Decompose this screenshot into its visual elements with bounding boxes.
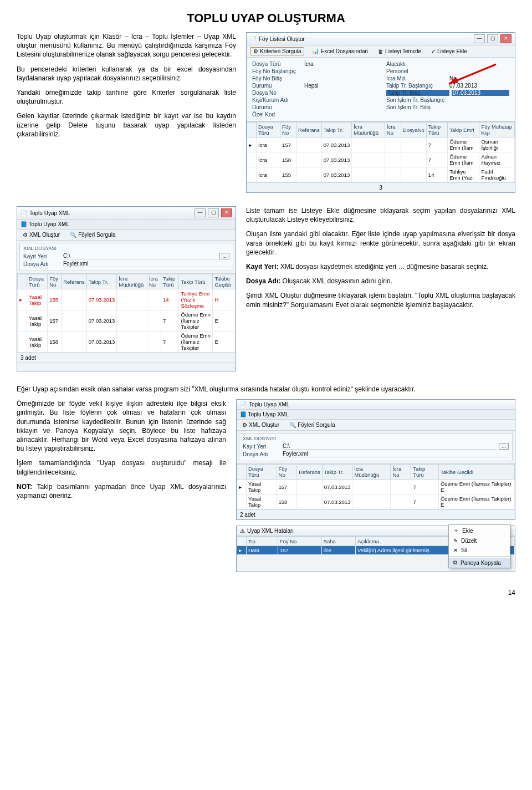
col-header[interactable]: Takip Türü <box>411 465 439 480</box>
xml-olustur-button[interactable]: ⚙ XML Oluştur <box>240 421 282 429</box>
cell: Yasal Takip <box>27 289 48 310</box>
table-row[interactable]: Yasal Takip15707.03.20137Ödeme Emri (İla… <box>18 310 236 332</box>
foyleri-sorgula-button[interactable]: 🔍 Föyleri Sorgula <box>287 421 337 429</box>
val-sonislem-bit[interactable] <box>449 104 509 110</box>
col-header[interactable]: Referans <box>62 274 87 289</box>
col-header[interactable]: Takip Tr. <box>86 274 117 289</box>
cell: İcra <box>257 167 280 182</box>
col-header[interactable]: Föy No <box>278 537 321 546</box>
xml-olustur-button[interactable]: ⚙ XML Oluştur <box>21 231 62 238</box>
col-header[interactable]: DosyaNo <box>401 123 426 137</box>
col-header[interactable]: Takip Tr. <box>321 123 352 137</box>
ctx-duzelt[interactable]: ✎Düzelt <box>449 536 510 546</box>
col-header[interactable]: Takip Türü <box>161 274 178 289</box>
col-header[interactable]: Dosya Türü <box>257 123 280 137</box>
val-dosyano[interactable] <box>304 90 375 96</box>
col-header[interactable]: Takip Türü <box>426 123 447 137</box>
para-r1: Liste tamam ise Listeye Ekle düğmesine t… <box>246 206 515 224</box>
listeye-ekle-button[interactable]: ✓ Listeye Ekle <box>429 48 469 55</box>
val-foyno-bas[interactable] <box>304 68 375 74</box>
val-dosya-adi[interactable]: Foyler.xml <box>63 261 229 267</box>
col-header[interactable]: Föy Muhatap Kişi <box>479 123 515 137</box>
table-row[interactable]: İcra15807.03.20137Ödeme Emri (İlamAdnan … <box>247 152 515 167</box>
lbl-icramd: İcra Md. <box>386 75 447 81</box>
col-header[interactable]: Referans <box>296 123 322 137</box>
val-durumu2[interactable] <box>304 104 375 110</box>
col-header[interactable]: İcra Müdürlüğü <box>117 274 147 289</box>
cell <box>401 137 426 152</box>
col-header[interactable]: İcra No <box>147 274 161 289</box>
table-row[interactable]: Yasal Takip15807.03.20137Ödeme Emri (İla… <box>237 495 515 509</box>
col-header[interactable]: Dosya Türü <box>27 274 48 289</box>
val-kisi[interactable] <box>304 97 375 103</box>
table-row[interactable]: ▸İcra15707.03.20137Ödeme Emri (İlamOsman… <box>247 137 515 152</box>
para-6: Örneğimizde bir föyde vekil kişiye ilişk… <box>17 399 226 453</box>
val-sonislem-bas[interactable] <box>449 97 509 103</box>
lbl-durumu: Durumu <box>252 83 302 89</box>
cell: Tahliye Emri (Yazı <box>448 167 479 182</box>
col-header[interactable]: Föy No <box>277 465 297 480</box>
close-button[interactable]: ✕ <box>221 208 232 217</box>
table-row[interactable]: İcra15507.03.201314Tahliye Emri (YazıFad… <box>247 167 515 182</box>
col-header[interactable]: Tip <box>247 537 278 546</box>
val-foyno-bit[interactable] <box>304 75 375 81</box>
col-header[interactable]: Takip Emri <box>448 123 479 137</box>
cell: Ödeme Emri (İlamsız Takipler <box>179 310 213 332</box>
error-icon: ⚠ <box>240 528 245 534</box>
cell: 157 <box>48 310 62 332</box>
ctx-sil[interactable]: ✕Sil <box>449 546 510 555</box>
col-header[interactable]: İcra Müdürlüğü <box>352 465 391 480</box>
cell: 7 <box>426 152 447 167</box>
col-header[interactable]: Takibe Geçildi <box>438 465 514 480</box>
close-button[interactable]: ✕ <box>500 34 511 43</box>
col-header[interactable]: İcra No <box>391 465 411 480</box>
col-header[interactable]: Saha <box>321 537 355 546</box>
cell: 155 <box>280 167 296 182</box>
lbl-dosya-adi: Dosya Adı <box>23 261 61 267</box>
maximize-button[interactable]: ▢ <box>487 34 498 43</box>
col-header[interactable]: Referans <box>297 465 323 480</box>
lbl-kayit-yeri: Kayıt Yeri <box>243 444 280 450</box>
lbl-dosya-adi: Dosya Adı <box>243 451 280 457</box>
table-row[interactable]: ▸Yasal Takip15507.03.201314Tahliye Emri … <box>18 289 236 310</box>
minimize-button[interactable]: — <box>195 208 206 217</box>
col-header[interactable]: Föy No <box>48 274 62 289</box>
listeyi-temizle-button[interactable]: 🗑 Listeyi Temizle <box>376 48 423 55</box>
col-header[interactable]: Dosya Türü <box>247 465 277 480</box>
lbl-personel: Personel <box>386 68 447 74</box>
uyap-xml-hatalari-window: ⚠ Uyap XML Hataları TipFöy NoSahaAçıklam… <box>236 526 515 572</box>
ctx-panoya-kopyala[interactable]: ⧉Panoya Kopyala <box>449 558 510 568</box>
para-8: NOT: Takip basımlarını yapmadan önce Uya… <box>17 482 226 500</box>
cell <box>352 137 385 152</box>
cell: Tahliye Emri (Yazılı Sözleşme <box>179 289 213 310</box>
col-header[interactable]: Takibe Geçildi <box>213 274 236 289</box>
delete-icon: ✕ <box>453 547 458 553</box>
col-header[interactable]: Takip Tr. <box>322 465 352 480</box>
toplu-uyap-xml-window-2: 📄 Toplu Uyap XML 📘 Toplu Uyap XML ⚙ XML … <box>236 399 515 520</box>
val-takip-bit[interactable]: 07.03.2013 <box>452 90 509 96</box>
browse-button[interactable]: ... <box>499 443 509 450</box>
cell <box>297 480 323 495</box>
val-dosya-turu[interactable]: İcra <box>304 61 375 67</box>
col-header[interactable]: İcra Müdürlüğü <box>352 123 385 137</box>
val-dosya-adi[interactable]: Foyler.xml <box>283 451 509 457</box>
col-header[interactable]: Föy No <box>280 123 296 137</box>
cell: H <box>213 289 236 310</box>
table-row[interactable]: Yasal Takip15807.03.20137Ödeme Emri (İla… <box>18 332 236 353</box>
table-row[interactable]: ▸Yasal Takip15707.03.20137Ödeme Emri (İl… <box>237 480 515 495</box>
val-durumu[interactable]: Hepsi <box>304 83 375 89</box>
col-header[interactable]: İcra No <box>385 123 401 137</box>
maximize-button[interactable]: ▢ <box>208 208 219 217</box>
cell: 155 <box>48 289 62 310</box>
foyleri-sorgula-button[interactable]: 🔍 Föyleri Sorgula <box>68 231 117 238</box>
browse-button[interactable]: ... <box>219 253 229 259</box>
val-ozelkod[interactable] <box>304 111 375 118</box>
val-kayit-yeri[interactable]: C:\ <box>283 443 497 450</box>
cell: 07.03.2013 <box>321 152 352 167</box>
kriterleri-sorgula-button[interactable]: ⚙ Kriterleri Sorgula <box>250 47 304 55</box>
excel-dosyasindan-button[interactable]: 📊 Excel Dosyasından <box>310 48 370 55</box>
val-kayit-yeri[interactable]: C:\ <box>63 253 217 259</box>
col-header[interactable]: Takip Türü <box>179 274 213 289</box>
minimize-button[interactable]: — <box>474 34 485 43</box>
ctx-ekle[interactable]: ＋Ekle <box>449 525 510 536</box>
